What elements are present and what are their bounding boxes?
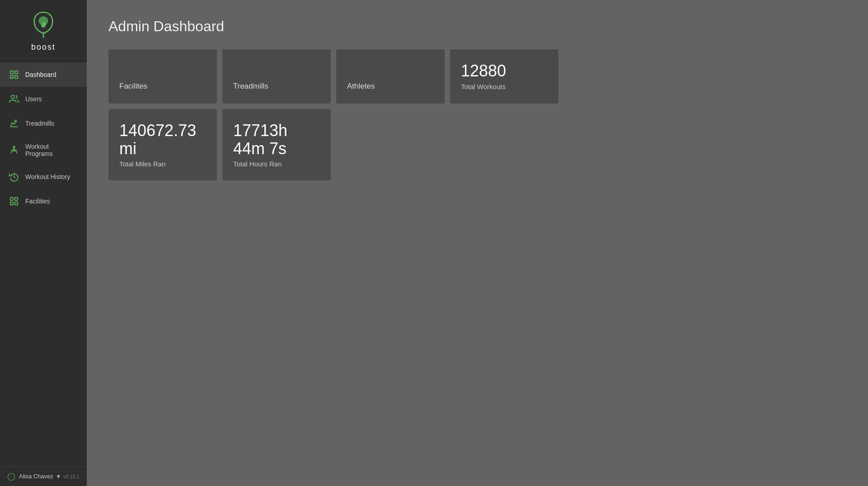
stat-total-miles-label: Total Miles Ran: [119, 160, 206, 168]
user-menu[interactable]: ◯ Alisa Chavez ▾: [7, 472, 60, 481]
stats-grid: Facilites Treadmills Athletes 12880 Tota…: [108, 49, 560, 180]
svg-rect-3: [15, 75, 18, 78]
svg-rect-1: [15, 71, 18, 74]
sidebar-item-treadmills-label: Treadmills: [25, 120, 54, 127]
stat-total-workouts-label: Total Workouts: [461, 83, 548, 90]
stat-treadmills-title: Treadmills: [233, 82, 320, 91]
page-title: Admin Dashboard: [108, 18, 846, 35]
user-icon: ◯: [7, 472, 15, 481]
sidebar-item-dashboard-label: Dashboard: [25, 71, 56, 78]
sidebar-item-facilities[interactable]: Facilities: [0, 189, 87, 213]
stat-total-hours-label: Total Hours Ran: [233, 160, 320, 168]
sidebar-item-workout-programs[interactable]: Workout Programs: [0, 136, 87, 165]
svg-point-4: [11, 95, 14, 99]
stat-card-total-hours: 17713h 44m 7s Total Hours Ran: [222, 109, 331, 180]
stat-total-miles-value: 140672.73 mi: [119, 122, 206, 157]
facilities-icon: [9, 196, 19, 206]
stat-card-total-miles: 140672.73 mi Total Miles Ran: [108, 109, 217, 180]
sidebar-nav: Dashboard Users Treadmills: [0, 59, 87, 466]
dashboard-icon: [9, 70, 19, 80]
sidebar-item-workout-history[interactable]: Workout History: [0, 165, 87, 189]
sidebar-item-workout-programs-label: Workout Programs: [25, 143, 78, 157]
stat-card-facilites: Facilites: [108, 49, 217, 104]
stat-total-workouts-value: 12880: [461, 62, 548, 80]
sidebar-item-dashboard[interactable]: Dashboard: [0, 62, 87, 87]
sidebar-item-users[interactable]: Users: [0, 87, 87, 111]
sidebar-item-workout-history-label: Workout History: [25, 173, 70, 180]
svg-rect-8: [15, 198, 18, 200]
main-content: Admin Dashboard Facilites Treadmills Ath…: [87, 0, 868, 486]
svg-rect-2: [10, 75, 13, 78]
dropdown-arrow-icon: ▾: [57, 473, 60, 480]
svg-rect-9: [10, 202, 13, 205]
sidebar: boost Dashboard Users: [0, 0, 87, 486]
app-name: boost: [31, 42, 56, 52]
svg-point-5: [15, 120, 17, 122]
svg-point-6: [13, 146, 15, 148]
stat-athletes-title: Athletes: [347, 82, 434, 91]
sidebar-item-facilities-label: Facilities: [25, 198, 50, 205]
workout-history-icon: [9, 172, 19, 182]
stat-card-total-workouts: 12880 Total Workouts: [450, 49, 558, 104]
username-label: Alisa Chavez: [19, 473, 53, 480]
sidebar-item-treadmills[interactable]: Treadmills: [0, 111, 87, 136]
logo-area: boost: [0, 0, 87, 59]
stat-card-treadmills: Treadmills: [222, 49, 331, 104]
stat-facilites-title: Facilites: [119, 82, 206, 91]
workout-programs-icon: [9, 145, 19, 155]
boost-logo-icon: [27, 8, 60, 41]
stat-total-hours-value: 17713h 44m 7s: [233, 122, 320, 157]
svg-rect-0: [10, 71, 13, 74]
svg-rect-10: [15, 202, 18, 205]
svg-rect-7: [10, 198, 13, 200]
treadmill-icon: [9, 118, 19, 128]
sidebar-item-users-label: Users: [25, 95, 42, 103]
sidebar-footer: ◯ Alisa Chavez ▾ v0.15.1: [0, 466, 87, 486]
users-icon: [9, 94, 19, 104]
stat-card-athletes: Athletes: [336, 49, 445, 104]
version-label: v0.15.1: [63, 474, 80, 479]
